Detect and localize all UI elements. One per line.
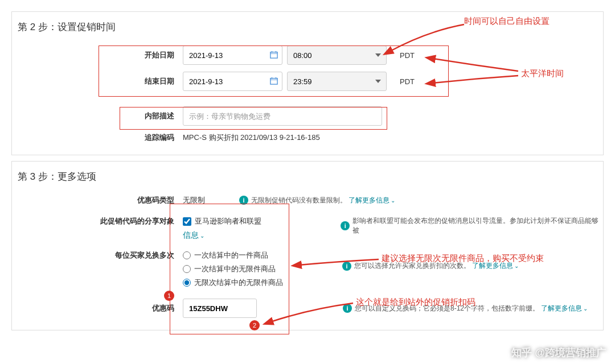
redeem-opt1[interactable]: 一次结算中的一件商品 (183, 249, 342, 262)
end-date-label: 结束日期 (12, 76, 183, 86)
share-info-link[interactable]: 信息 (183, 230, 199, 239)
redeem-radio-3[interactable] (183, 279, 191, 287)
desc-row: 内部描述 (12, 103, 603, 129)
start-time-select[interactable]: 08:00 (287, 46, 387, 65)
calendar-icon (270, 77, 278, 85)
track-label: 追踪编码 (12, 133, 183, 143)
end-date-row: 结束日期 23:59 PDT (12, 68, 603, 94)
desc-input[interactable] (183, 106, 382, 126)
start-timezone: PDT (391, 51, 423, 60)
start-date-row: 开始日期 08:00 PDT (12, 42, 603, 68)
redeem-row: 每位买家兑换多次 一次结算中的一件商品 一次结算中的无限件商品 无限次结算中的无… (12, 244, 603, 293)
redeem-radio-1[interactable] (183, 251, 191, 259)
calendar-icon (270, 51, 278, 59)
redeem-opt2[interactable]: 一次结算中的无限件商品 (183, 262, 342, 276)
info-icon: i (343, 304, 352, 313)
code-input[interactable] (183, 299, 257, 318)
type-value: 无限制 (183, 195, 205, 205)
type-row: 优惠码类型 无限制 i 无限制促销代码没有数量限制。 了解更多信息⌄ (12, 192, 603, 209)
share-help: i 影响者和联盟可能会发布您的促销消息以引导流量。参加此计划并不保证商品能够被 (341, 216, 603, 235)
redeem-radio-2[interactable] (183, 265, 191, 273)
redeem-help: i 您可以选择允许买家兑换折扣的次数。 了解更多信息⌄ (342, 261, 519, 271)
svg-rect-0 (270, 52, 277, 59)
watermark: 知乎 @跨境营销推广 (511, 346, 606, 359)
type-label: 优惠码类型 (12, 195, 183, 205)
step2-section: 第 2 步：设置促销时间 开始日期 08:00 PDT 结束日期 23:59 (11, 11, 604, 155)
learn-more-link[interactable]: 了解更多信息 (348, 196, 390, 205)
share-row: 此促销代码的分享对象 亚马逊影响者和联盟 信息⌄ i 影响者和联盟可能会发布您的… (12, 209, 603, 244)
share-label: 此促销代码的分享对象 (12, 214, 183, 226)
code-help: i 您可以自定义兑换码；它必须是8-12个字符，包括数字前缀。 了解更多信息⌄ (343, 304, 588, 313)
type-help: i 无限制促销代码没有数量限制。 了解更多信息⌄ (239, 196, 395, 205)
learn-more-link[interactable]: 了解更多信息 (472, 261, 513, 271)
track-value: MPC-S 购买折扣 2021/09/13 9-21-16-185 (183, 133, 320, 143)
share-checkbox[interactable] (183, 217, 191, 226)
svg-rect-4 (270, 78, 277, 85)
code-row: 优惠码 i 您可以自定义兑换码；它必须是8-12个字符，包括数字前缀。 了解更多… (12, 293, 603, 321)
end-timezone: PDT (391, 77, 423, 86)
redeem-opt3[interactable]: 无限次结算中的无限件商品 (183, 276, 342, 289)
start-date-label: 开始日期 (12, 50, 183, 60)
annotation-badge-1: 1 (164, 291, 174, 301)
code-label: 优惠码 (12, 303, 183, 313)
redeem-label: 每位买家兑换多次 (12, 249, 183, 260)
step3-section: 第 3 步：更多选项 优惠码类型 无限制 i 无限制促销代码没有数量限制。 了解… (11, 161, 604, 330)
share-checkbox-label[interactable]: 亚马逊影响者和联盟 (183, 214, 341, 228)
step2-title: 第 2 步：设置促销时间 (12, 12, 603, 42)
track-row: 追踪编码 MPC-S 购买折扣 2021/09/13 9-21-16-185 (12, 129, 603, 146)
info-icon: i (239, 196, 248, 205)
end-time-select[interactable]: 23:59 (287, 72, 387, 91)
step3-title: 第 3 步：更多选项 (12, 162, 603, 192)
info-icon: i (342, 262, 351, 271)
start-date-input[interactable] (183, 46, 282, 65)
info-icon: i (341, 221, 350, 230)
learn-more-link[interactable]: 了解更多信息 (541, 304, 582, 313)
annotation-badge-2: 2 (249, 320, 260, 330)
end-date-input[interactable] (183, 72, 282, 91)
desc-label: 内部描述 (12, 111, 183, 121)
